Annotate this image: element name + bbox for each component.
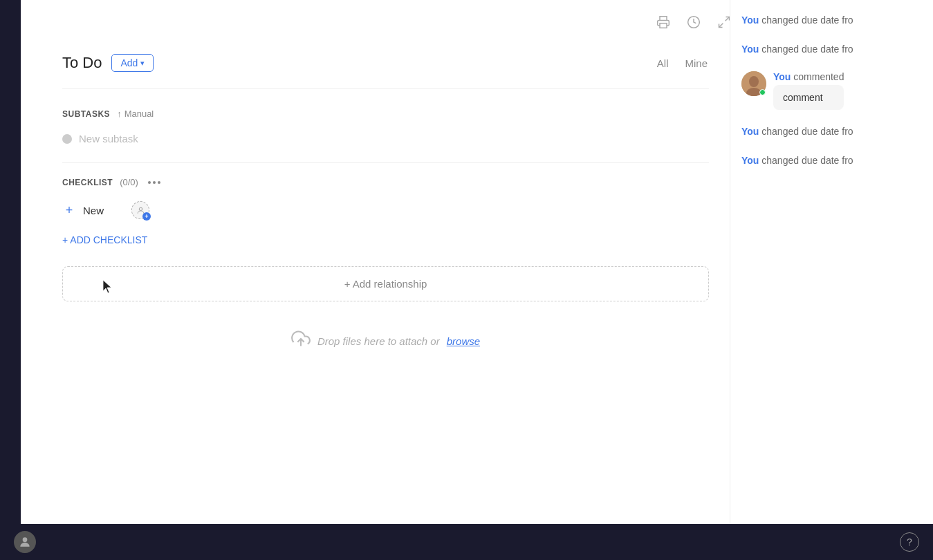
- activity-you-4: You: [741, 126, 759, 137]
- dot2: [153, 181, 156, 184]
- comment-action: commented: [793, 71, 844, 82]
- print-icon[interactable]: [654, 12, 673, 32]
- add-checklist-link[interactable]: + ADD CHECKLIST: [62, 234, 709, 245]
- history-icon[interactable]: [684, 12, 703, 32]
- subtasks-label: SUBTASKS: [62, 109, 110, 119]
- content-area: To Do Add ▾ All Mine SUBTASKS ↑ Manual: [21, 40, 750, 560]
- comment-bubble: comment: [773, 85, 844, 110]
- comment-author: You commented: [773, 71, 844, 82]
- svg-point-4: [139, 207, 142, 210]
- assign-user-button[interactable]: +: [131, 201, 149, 219]
- activity-text-2: changed due date fro: [761, 44, 853, 55]
- section-divider: [62, 162, 709, 163]
- activity-item: You changed due date fro: [741, 43, 922, 57]
- activity-item: You changed due date fro: [741, 14, 922, 28]
- svg-point-9: [23, 537, 28, 542]
- right-panel: You changed due date fro You changed due…: [730, 0, 933, 560]
- add-button[interactable]: Add ▾: [111, 54, 154, 72]
- new-subtask-input[interactable]: New subtask: [79, 133, 138, 144]
- sidebar-strip: [0, 0, 21, 560]
- subtask-dot-icon: [62, 134, 72, 144]
- drop-files-text: Drop files here to attach or: [317, 335, 440, 347]
- assign-plus-icon: +: [142, 212, 151, 221]
- checklist-header: CHECKLIST (0/0): [62, 177, 709, 187]
- activity-feed: You changed due date fro You changed due…: [730, 0, 933, 560]
- activity-item: You changed due date fro: [741, 154, 922, 168]
- add-checklist-label: + ADD CHECKLIST: [62, 234, 147, 245]
- checklist-count: (0/0): [120, 177, 138, 187]
- checklist-menu-dots[interactable]: [148, 181, 160, 184]
- comment-item: You commented comment: [741, 71, 922, 110]
- bottom-bar-avatar: [14, 531, 36, 553]
- add-relationship-label: + Add relationship: [344, 278, 427, 290]
- activity-text-4: changed due date fro: [761, 126, 853, 137]
- dot3: [158, 181, 160, 184]
- add-button-label: Add: [120, 57, 138, 68]
- new-subtask-row: New subtask: [62, 129, 709, 149]
- sort-arrow-icon: ↑: [117, 109, 122, 119]
- filter-mine-button[interactable]: Mine: [683, 55, 709, 72]
- add-dropdown-arrow: ▾: [140, 59, 145, 68]
- browse-link[interactable]: browse: [447, 335, 480, 347]
- toolbar: [21, 0, 750, 40]
- checklist-item-row: + New +: [62, 198, 709, 222]
- comment-content: You commented comment: [773, 71, 844, 110]
- help-button[interactable]: ?: [900, 532, 919, 552]
- checklist-label: CHECKLIST: [62, 178, 113, 187]
- filter-all-button[interactable]: All: [656, 55, 670, 72]
- activity-text-5: changed due date fro: [761, 155, 853, 166]
- activity-text-1: changed due date fro: [761, 15, 853, 26]
- add-checklist-item-button[interactable]: +: [62, 203, 76, 217]
- svg-point-7: [749, 76, 759, 87]
- activity-you-1: You: [741, 15, 759, 26]
- task-header: To Do Add ▾ All Mine: [62, 40, 709, 89]
- online-status-dot: [759, 89, 766, 95]
- upload-icon: [291, 329, 311, 353]
- avatar-wrapper: [741, 71, 766, 96]
- activity-item: You changed due date fro: [741, 125, 922, 139]
- sort-indicator[interactable]: ↑ Manual: [117, 109, 154, 119]
- add-relationship-box[interactable]: + Add relationship: [62, 266, 709, 301]
- help-icon: ?: [907, 536, 912, 548]
- checklist-section: CHECKLIST (0/0) + New +: [62, 177, 709, 245]
- subtasks-section: SUBTASKS ↑ Manual New subtask: [62, 109, 709, 149]
- svg-line-3: [719, 24, 723, 28]
- drop-files-area: Drop files here to attach or browse: [62, 312, 709, 369]
- activity-you-2: You: [741, 44, 759, 55]
- svg-rect-0: [660, 24, 667, 28]
- dot1: [148, 181, 151, 184]
- main-panel: To Do Add ▾ All Mine SUBTASKS ↑ Manual: [21, 0, 750, 560]
- task-title-area: To Do Add ▾: [62, 54, 154, 72]
- bottom-bar: ?: [0, 524, 933, 560]
- sort-label: Manual: [124, 109, 154, 119]
- svg-line-2: [726, 17, 730, 21]
- task-title: To Do: [62, 54, 102, 72]
- activity-you-5: You: [741, 155, 759, 166]
- checklist-item-text[interactable]: New: [83, 205, 124, 216]
- comment-you-label: You: [773, 71, 791, 82]
- subtasks-header: SUBTASKS ↑ Manual: [62, 109, 709, 119]
- comment-text: comment: [783, 92, 823, 103]
- filter-buttons: All Mine: [656, 55, 709, 72]
